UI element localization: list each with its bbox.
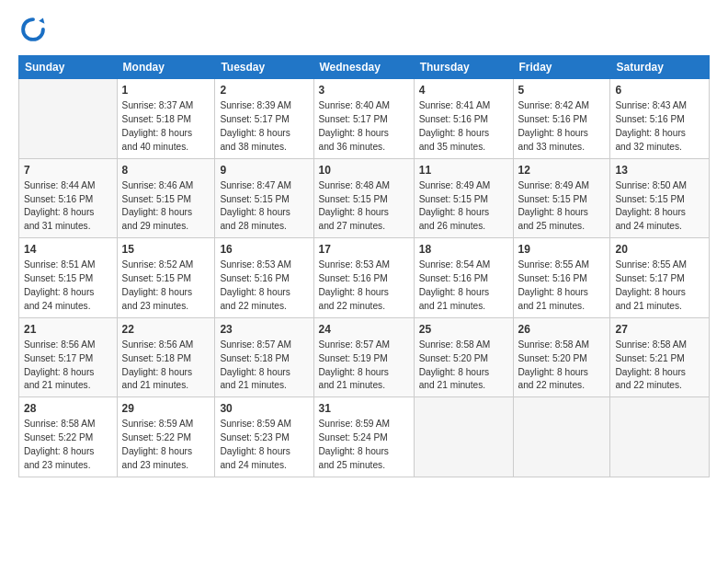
day-info: Sunset: 5:15 PM	[122, 193, 210, 207]
day-number: 20	[615, 242, 704, 258]
day-info: Daylight: 8 hours	[122, 286, 210, 300]
day-cell: 14Sunrise: 8:51 AMSunset: 5:15 PMDayligh…	[19, 238, 118, 318]
day-info: Daylight: 8 hours	[122, 206, 210, 220]
day-info: and 21 minutes.	[319, 379, 409, 393]
day-number: 26	[518, 322, 606, 338]
day-info: and 36 minutes.	[319, 141, 409, 155]
col-header-wednesday: Wednesday	[313, 56, 414, 79]
day-info: Sunrise: 8:59 AM	[319, 418, 409, 431]
week-row-1: 1Sunrise: 8:37 AMSunset: 5:18 PMDaylight…	[19, 79, 710, 159]
day-info: Sunset: 5:17 PM	[319, 113, 409, 127]
day-info: Sunrise: 8:50 AM	[615, 179, 704, 193]
day-info: Daylight: 8 hours	[615, 127, 704, 141]
day-info: Sunset: 5:16 PM	[419, 272, 508, 286]
day-cell: 12Sunrise: 8:49 AMSunset: 5:15 PMDayligh…	[513, 158, 610, 238]
day-cell: 30Sunrise: 8:59 AMSunset: 5:23 PMDayligh…	[215, 397, 313, 477]
day-info: Sunset: 5:15 PM	[615, 193, 704, 207]
day-info: Sunrise: 8:52 AM	[122, 259, 210, 272]
day-number: 2	[220, 83, 308, 98]
day-info: Sunset: 5:16 PM	[319, 272, 409, 286]
day-info: Sunrise: 8:49 AM	[419, 179, 508, 193]
day-info: and 22 minutes.	[220, 300, 308, 314]
day-info: Sunset: 5:19 PM	[319, 352, 409, 366]
day-info: and 21 minutes.	[419, 379, 508, 393]
day-number: 7	[24, 163, 112, 178]
day-info: Sunrise: 8:58 AM	[24, 418, 112, 431]
col-header-monday: Monday	[117, 56, 215, 79]
day-number: 29	[122, 401, 210, 417]
day-info: Sunset: 5:20 PM	[419, 352, 508, 366]
day-info: and 25 minutes.	[518, 220, 606, 234]
day-number: 24	[319, 322, 409, 338]
col-header-saturday: Saturday	[610, 56, 710, 79]
day-number: 11	[419, 163, 508, 178]
day-cell: 5Sunrise: 8:42 AMSunset: 5:16 PMDaylight…	[513, 79, 610, 159]
day-info: Daylight: 8 hours	[518, 206, 606, 220]
day-info: and 23 minutes.	[122, 459, 210, 473]
day-number: 10	[319, 163, 409, 178]
day-info: Sunrise: 8:56 AM	[122, 339, 210, 352]
col-header-friday: Friday	[513, 56, 610, 79]
day-info: Daylight: 8 hours	[419, 127, 508, 141]
day-info: Sunset: 5:22 PM	[24, 431, 112, 445]
day-cell: 6Sunrise: 8:43 AMSunset: 5:16 PMDaylight…	[610, 79, 710, 159]
day-cell: 8Sunrise: 8:46 AMSunset: 5:15 PMDaylight…	[117, 158, 215, 238]
day-cell: 17Sunrise: 8:53 AMSunset: 5:16 PMDayligh…	[313, 238, 414, 318]
day-info: Sunrise: 8:56 AM	[24, 339, 112, 352]
day-info: and 27 minutes.	[319, 220, 409, 234]
day-info: and 24 minutes.	[24, 300, 112, 314]
day-info: Sunset: 5:17 PM	[220, 113, 308, 127]
day-info: Sunrise: 8:41 AM	[419, 99, 508, 113]
day-cell: 4Sunrise: 8:41 AMSunset: 5:16 PMDaylight…	[414, 79, 513, 159]
day-info: Daylight: 8 hours	[518, 127, 606, 141]
day-cell: 3Sunrise: 8:40 AMSunset: 5:17 PMDaylight…	[313, 79, 414, 159]
day-info: Daylight: 8 hours	[419, 366, 508, 380]
day-info: and 21 minutes.	[220, 379, 308, 393]
day-number: 18	[419, 242, 508, 258]
day-info: and 40 minutes.	[122, 141, 210, 155]
day-cell: 7Sunrise: 8:44 AMSunset: 5:16 PMDaylight…	[19, 158, 118, 238]
day-info: and 35 minutes.	[419, 141, 508, 155]
day-info: Sunrise: 8:39 AM	[220, 99, 308, 113]
day-info: Daylight: 8 hours	[319, 445, 409, 459]
day-info: Sunrise: 8:37 AM	[122, 99, 210, 113]
day-info: Sunrise: 8:53 AM	[220, 259, 308, 272]
day-info: and 21 minutes.	[419, 300, 508, 314]
day-number: 25	[419, 322, 508, 338]
week-row-3: 14Sunrise: 8:51 AMSunset: 5:15 PMDayligh…	[19, 238, 710, 318]
day-info: and 21 minutes.	[518, 300, 606, 314]
day-cell: 28Sunrise: 8:58 AMSunset: 5:22 PMDayligh…	[19, 397, 118, 477]
day-number: 17	[319, 242, 409, 258]
col-header-tuesday: Tuesday	[215, 56, 313, 79]
day-cell	[414, 397, 513, 477]
day-info: and 21 minutes.	[24, 379, 112, 393]
day-info: Daylight: 8 hours	[122, 366, 210, 380]
day-info: and 28 minutes.	[220, 220, 308, 234]
day-number: 13	[615, 163, 704, 178]
day-number: 16	[220, 242, 308, 258]
day-info: Daylight: 8 hours	[220, 366, 308, 380]
day-info: Daylight: 8 hours	[319, 206, 409, 220]
day-info: Sunset: 5:15 PM	[319, 193, 409, 207]
day-info: Sunset: 5:16 PM	[615, 113, 704, 127]
day-info: Sunset: 5:17 PM	[615, 272, 704, 286]
day-cell: 26Sunrise: 8:58 AMSunset: 5:20 PMDayligh…	[513, 317, 610, 397]
day-info: Sunset: 5:15 PM	[220, 193, 308, 207]
day-info: Daylight: 8 hours	[419, 286, 508, 300]
day-info: Daylight: 8 hours	[419, 206, 508, 220]
page: SundayMondayTuesdayWednesdayThursdayFrid…	[0, 0, 728, 563]
day-cell: 22Sunrise: 8:56 AMSunset: 5:18 PMDayligh…	[117, 317, 215, 397]
day-info: Daylight: 8 hours	[24, 286, 112, 300]
logo-icon	[20, 17, 46, 42]
day-cell: 13Sunrise: 8:50 AMSunset: 5:15 PMDayligh…	[610, 158, 710, 238]
day-cell: 15Sunrise: 8:52 AMSunset: 5:15 PMDayligh…	[117, 238, 215, 318]
calendar-table: SundayMondayTuesdayWednesdayThursdayFrid…	[18, 55, 710, 477]
day-info: Sunset: 5:17 PM	[24, 352, 112, 366]
day-cell: 11Sunrise: 8:49 AMSunset: 5:15 PMDayligh…	[414, 158, 513, 238]
day-info: Sunset: 5:15 PM	[419, 193, 508, 207]
day-number: 6	[615, 83, 704, 98]
day-info: Daylight: 8 hours	[122, 127, 210, 141]
day-info: Sunset: 5:16 PM	[220, 272, 308, 286]
day-info: Sunset: 5:22 PM	[122, 431, 210, 445]
day-info: Sunrise: 8:59 AM	[220, 418, 308, 431]
